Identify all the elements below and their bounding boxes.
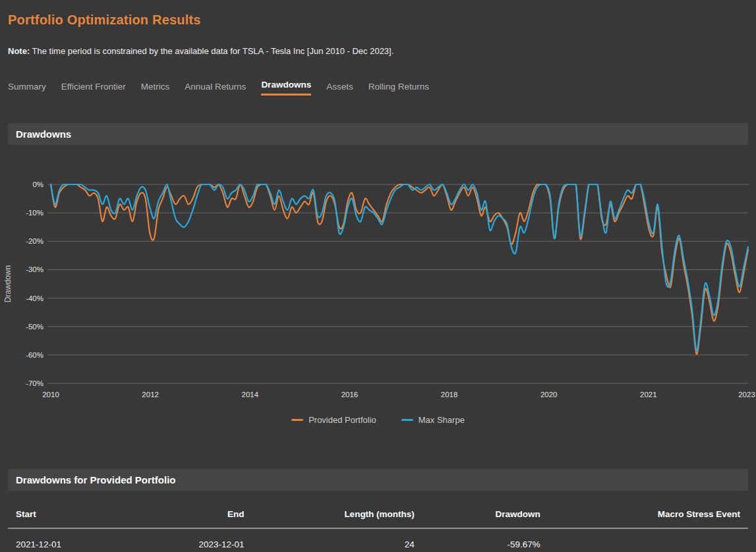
- portfolio-results-page: Portfolio Optimization Results Note: The…: [0, 0, 756, 552]
- cell-length: 24: [252, 528, 422, 552]
- legend-label: Max Sharpe: [419, 415, 465, 425]
- svg-text:-40%: -40%: [26, 294, 44, 302]
- col-header-macro-stress-event: Macro Stress Event: [548, 499, 748, 528]
- svg-text:2010: 2010: [42, 391, 59, 399]
- note-label: Note:: [8, 46, 30, 56]
- legend-item-provided-portfolio[interactable]: Provided Portfolio: [291, 415, 376, 425]
- results-tab-bar: Summary Efficient Frontier Metrics Annua…: [8, 80, 748, 96]
- svg-text:-50%: -50%: [26, 323, 44, 331]
- svg-text:2014: 2014: [241, 391, 258, 399]
- tab-annual-returns[interactable]: Annual Returns: [185, 82, 246, 96]
- col-header-drawdown: Drawdown: [422, 499, 548, 528]
- drawdowns-table: Start End Length (months) Drawdown Macro…: [8, 499, 748, 552]
- col-header-start: Start: [8, 499, 127, 528]
- svg-text:2021: 2021: [640, 391, 657, 399]
- svg-text:Drawdown: Drawdown: [3, 265, 13, 303]
- chart-legend: Provided Portfolio Max Sharpe: [8, 415, 748, 425]
- drawdown-chart: 0%-10%-20%-30%-40%-50%-60%-70%2010201220…: [0, 162, 756, 406]
- svg-text:-70%: -70%: [26, 379, 44, 387]
- col-header-length: Length (months): [252, 499, 422, 528]
- tab-efficient-frontier[interactable]: Efficient Frontier: [61, 82, 126, 96]
- tab-metrics[interactable]: Metrics: [141, 82, 170, 96]
- tab-drawdowns[interactable]: Drawdowns: [261, 80, 311, 96]
- tab-rolling-returns[interactable]: Rolling Returns: [368, 82, 429, 96]
- svg-text:2023: 2023: [738, 391, 755, 399]
- svg-text:0%: 0%: [32, 180, 44, 188]
- svg-text:2018: 2018: [441, 391, 458, 399]
- svg-text:-30%: -30%: [26, 265, 44, 273]
- svg-text:2016: 2016: [341, 391, 359, 399]
- table-header-row: Start End Length (months) Drawdown Macro…: [8, 499, 748, 528]
- legend-item-max-sharpe[interactable]: Max Sharpe: [401, 415, 465, 425]
- note-text: The time period is constrained by the av…: [30, 46, 393, 56]
- cell-macro-stress-event: [548, 528, 748, 552]
- svg-text:-20%: -20%: [26, 237, 44, 245]
- svg-text:-60%: -60%: [26, 351, 44, 359]
- table-row: 2021-12-01 2023-12-01 24 -59.67%: [8, 528, 748, 552]
- svg-text:2012: 2012: [142, 391, 159, 399]
- cell-end: 2023-12-01: [127, 528, 252, 552]
- legend-label: Provided Portfolio: [308, 415, 376, 425]
- cell-start: 2021-12-01: [8, 528, 127, 552]
- col-header-end: End: [127, 499, 252, 528]
- provided-portfolio-swatch: [291, 419, 303, 421]
- svg-text:2020: 2020: [540, 391, 558, 399]
- data-constraint-note: Note: The time period is constrained by …: [8, 46, 748, 56]
- max-sharpe-swatch: [401, 419, 413, 421]
- cell-drawdown: -59.67%: [422, 528, 548, 552]
- page-title: Portfolio Optimization Results: [8, 13, 748, 28]
- svg-text:-10%: -10%: [26, 209, 44, 217]
- drawdowns-section-header: Drawdowns: [8, 123, 748, 145]
- tab-assets[interactable]: Assets: [326, 82, 353, 96]
- drawdown-chart-container: 0%-10%-20%-30%-40%-50%-60%-70%2010201220…: [8, 145, 748, 427]
- tab-summary[interactable]: Summary: [8, 82, 46, 96]
- drawdowns-table-section-header: Drawdowns for Provided Portfolio: [8, 469, 748, 491]
